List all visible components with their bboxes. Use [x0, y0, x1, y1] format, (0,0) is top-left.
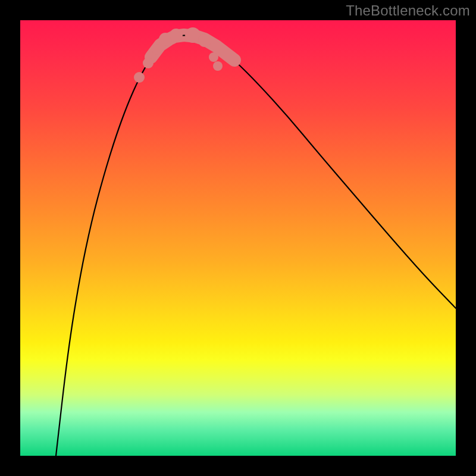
- chart-svg: [20, 20, 456, 456]
- right-dot-2: [209, 52, 218, 62]
- right-dot-3: [213, 61, 223, 71]
- chart-frame: TheBottleneck.com: [0, 0, 476, 476]
- watermark-text: TheBottleneck.com: [346, 2, 470, 19]
- left-dot-1: [134, 72, 145, 83]
- right-dot-1: [198, 34, 211, 47]
- left-curve: [56, 36, 175, 456]
- left-dot-2: [143, 58, 154, 68]
- plot-area: [20, 20, 456, 456]
- trough-dot-1: [170, 29, 183, 42]
- right-curve: [196, 36, 456, 308]
- left-dot-3: [152, 44, 162, 55]
